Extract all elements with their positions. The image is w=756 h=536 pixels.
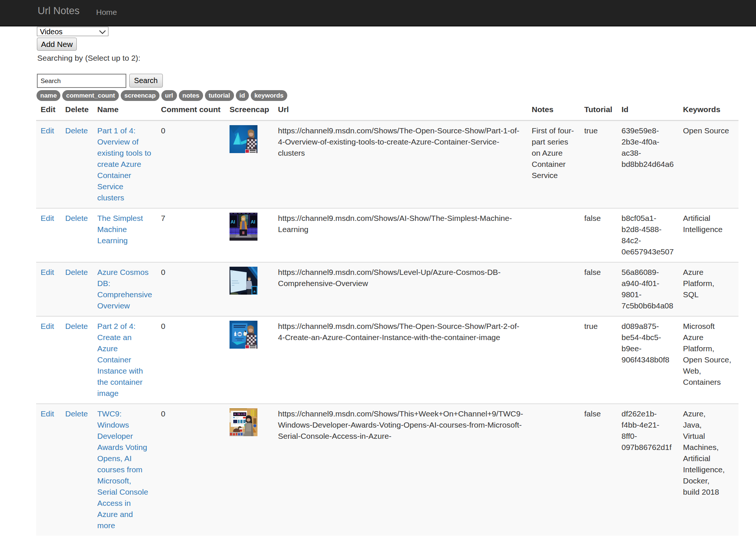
- svg-text:AI: AI: [231, 219, 235, 225]
- svg-text:AI: AI: [251, 219, 255, 225]
